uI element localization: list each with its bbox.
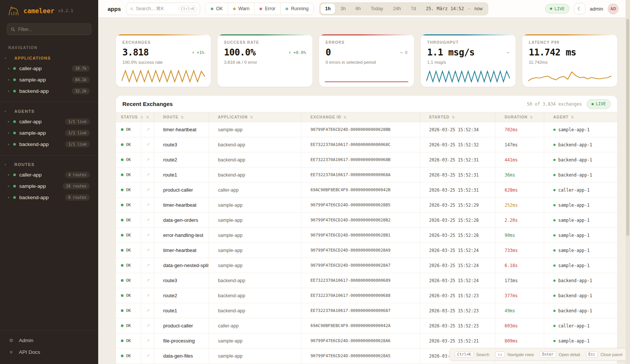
page-scrollbar[interactable] — [625, 0, 630, 364]
table-row[interactable]: OK↗data-gen-nested-splitsample-app90799F… — [116, 258, 617, 273]
sidebar-item-caller-app[interactable]: ▸caller-app4 routes — [0, 169, 98, 180]
table-row[interactable]: OK↗data-gen-orderssample-app90799F47E6CD… — [116, 213, 617, 228]
live-badge[interactable]: LIVE — [545, 4, 570, 14]
table-row[interactable]: OK↗timer-heartbeatsample-app90799F47E6CD… — [116, 198, 617, 213]
open-detail-icon[interactable]: ↗ — [141, 349, 154, 363]
time-range-today[interactable]: Today — [366, 4, 388, 14]
open-detail-icon[interactable]: ↗ — [141, 258, 154, 273]
status-filter-warn[interactable]: Warn — [228, 3, 254, 15]
table-live-badge[interactable]: LIVE — [587, 99, 611, 109]
open-detail-icon[interactable]: ↗ — [141, 167, 154, 182]
column-header-exchange-id[interactable]: EXCHANGE ID⇅ — [301, 112, 420, 122]
time-to: now — [474, 6, 483, 11]
sidebar-item-backend-app[interactable]: ▸backend-app32.2k — [0, 85, 98, 97]
open-detail-icon[interactable]: ↗ — [141, 333, 154, 348]
stat-delta: → — [506, 50, 509, 55]
column-header-application[interactable]: APPLICATION⇅ — [208, 112, 301, 122]
open-detail-icon[interactable]: ↗ — [141, 213, 154, 227]
table-row[interactable]: OK↗product-callercaller-app69AC90BF8EBC4… — [116, 183, 617, 198]
open-detail-icon[interactable]: ↗ — [141, 303, 154, 318]
table-row[interactable]: OK↗file-processingsample-app90799F47E6CD… — [116, 333, 617, 349]
sidebar-item-backend-app[interactable]: ▸backend-app6 routes — [0, 192, 98, 203]
status-filter-error[interactable]: Error — [254, 3, 280, 15]
sidebar-footer-admin[interactable]: ⚙Admin — [0, 335, 98, 346]
exchange-id: EE7322370A10617-000000000000068A — [301, 167, 420, 182]
search-input[interactable] — [136, 6, 176, 11]
open-detail-icon[interactable]: ↗ — [141, 122, 154, 137]
column-header-status[interactable]: STATUS⇅ — [116, 112, 141, 122]
agent-name: sample-app-1 — [558, 263, 590, 268]
table-row[interactable]: OK↗timer-heartbeatsample-app90799F47E6CD… — [116, 122, 617, 137]
card-accent-bar — [522, 34, 617, 35]
recent-exchanges-panel: Recent Exchanges 50 of 3.834 exchanges L… — [116, 96, 617, 364]
search-shortcut: Ctrl+K — [179, 6, 197, 12]
sidebar-footer-api-docs[interactable]: ≡API Docs — [0, 346, 98, 358]
sparkline — [528, 69, 611, 83]
table-row[interactable]: OK↗route3backend-appEE7322370A10617-0000… — [116, 273, 617, 288]
status-filter-running[interactable]: Running — [280, 3, 313, 15]
status-dot-icon — [286, 8, 288, 10]
open-detail-icon[interactable]: ↗ — [141, 198, 154, 212]
ok-dot-icon — [121, 264, 124, 267]
status-dot-icon — [13, 67, 16, 70]
open-detail-icon[interactable]: ↗ — [141, 183, 154, 197]
filter-input[interactable] — [18, 27, 87, 32]
open-detail-icon[interactable]: ↗ — [141, 273, 154, 288]
table-row[interactable]: OK↗route3backend-appEE7322370A10617-0000… — [116, 137, 617, 152]
open-detail-icon[interactable]: ↗ — [141, 228, 154, 243]
open-detail-icon[interactable]: ↗ — [141, 318, 154, 333]
sort-icon: ⇅ — [571, 115, 574, 119]
sidebar-item-backend-app[interactable]: ▸backend-app1/1 live — [0, 138, 98, 150]
column-header-duration[interactable]: DURATION⇅ — [495, 112, 544, 122]
global-search[interactable]: Ctrl+K — [126, 3, 200, 15]
table-row[interactable]: OK↗timer-heartbeatsample-app90799F47E6CD… — [116, 243, 617, 258]
column-header-agent[interactable]: AGENT⇅ — [544, 112, 617, 122]
avatar[interactable]: AD — [608, 3, 619, 14]
sidebar-item-sample-app[interactable]: ▸sample-app84.1k — [0, 74, 98, 85]
time-range-7d[interactable]: 7d — [406, 4, 420, 14]
section-header-agents[interactable]: ▾AGENTS — [0, 106, 98, 116]
open-detail-icon[interactable]: ↗ — [141, 288, 154, 303]
status-cell: OK — [116, 273, 141, 288]
table-title: Recent Exchanges — [122, 101, 173, 107]
chevron-right-icon: ▸ — [8, 131, 13, 135]
agent-cell: caller-app-1 — [544, 183, 617, 197]
table-row[interactable]: OK↗route2backend-appEE7322370A10617-0000… — [116, 152, 617, 167]
time-range-3h[interactable]: 3h — [336, 4, 350, 14]
table-row[interactable]: OK↗error-handling-testsample-app90799F47… — [116, 228, 617, 243]
sidebar-item-caller-app[interactable]: ▸caller-app10.7k — [0, 63, 98, 74]
table-row[interactable]: OK↗product-callercaller-app69AC90BF8EBC4… — [116, 318, 617, 333]
time-range-6h[interactable]: 6h — [351, 4, 365, 14]
column-header-label: STATUS — [121, 115, 138, 119]
time-range-1h[interactable]: 1h — [321, 4, 335, 14]
sidebar-item-caller-app[interactable]: ▸caller-app1/1 live — [0, 116, 98, 127]
route-name: route2 — [154, 288, 208, 303]
status-filter-ok[interactable]: OK — [206, 3, 228, 15]
scrollbar-thumb[interactable] — [626, 19, 629, 236]
sidebar-item-sample-app[interactable]: ▸sample-app1/1 live — [0, 127, 98, 138]
column-header-expand[interactable]: ⇅ — [141, 112, 154, 122]
agent-cell: caller-app-1 — [544, 318, 617, 333]
table-row[interactable]: OK↗route2backend-appEE7322370A10617-0000… — [116, 288, 617, 303]
table-row[interactable]: OK↗route1backend-appEE7322370A10617-0000… — [116, 303, 617, 318]
open-detail-icon[interactable]: ↗ — [141, 243, 154, 258]
table-row[interactable]: OK↗route1backend-appEE7322370A10617-0000… — [116, 167, 617, 183]
sidebar-item-label: caller-app — [19, 172, 42, 178]
route-name: data-gen-files — [154, 349, 208, 363]
column-header-route[interactable]: ROUTE⇅ — [154, 112, 208, 122]
sort-icon: ⇅ — [146, 115, 150, 119]
sidebar-filter[interactable] — [7, 23, 91, 35]
route-name: error-handling-test — [154, 228, 208, 243]
sort-icon: ⇅ — [530, 115, 533, 119]
open-detail-icon[interactable]: ↗ — [141, 152, 154, 167]
open-detail-icon[interactable]: ↗ — [141, 137, 154, 152]
section-header-applications[interactable]: ▾APPLICATIONS — [0, 53, 98, 63]
column-header-label: AGENT — [553, 115, 569, 119]
theme-toggle[interactable]: ☾ — [574, 3, 585, 14]
sidebar-item-sample-app[interactable]: ▸sample-app16 routes — [0, 180, 98, 192]
column-header-started[interactable]: STARTED⇅ — [420, 112, 495, 122]
stat-value-row: 3.818↑ +1% — [122, 47, 204, 58]
time-range-24h[interactable]: 24h — [389, 4, 406, 14]
section-header-routes[interactable]: ▾ROUTES — [0, 159, 98, 169]
ok-dot-icon — [121, 249, 124, 252]
